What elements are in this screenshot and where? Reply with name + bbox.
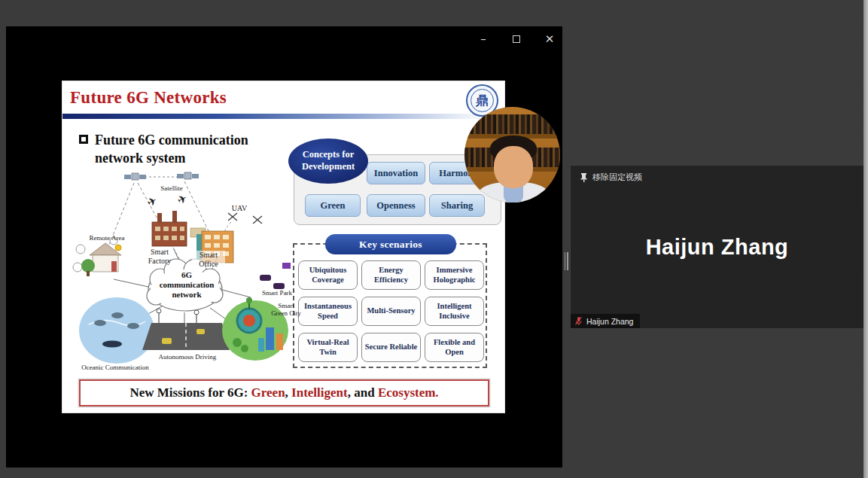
label-oceanic-communication: Oceanic Communication xyxy=(81,364,150,371)
slide: Future 6G Networks 鼎 Future 6G communica… xyxy=(62,81,504,413)
label-smart-green-city: Smart Green City xyxy=(270,302,302,318)
concept-innovation: Innovation xyxy=(367,162,425,184)
label-autonomous-driving: Autonomous Driving xyxy=(157,353,218,361)
title-divider-bar xyxy=(62,114,504,119)
concept-openness: Openness xyxy=(367,194,425,217)
scenario-cell: Multi-Sensory xyxy=(361,297,421,326)
muted-mic-icon xyxy=(574,316,583,326)
scenario-cell: Energy Efficiency xyxy=(361,260,421,290)
concepts-label-line2: Development xyxy=(302,161,355,173)
scenario-cell: Secure Reliable xyxy=(361,333,421,362)
maximize-icon[interactable] xyxy=(510,32,523,46)
label-smart-factory: Smart Factory xyxy=(142,248,177,265)
scenario-cell: Instantaneous Speed xyxy=(298,297,358,326)
presenter-face xyxy=(494,146,533,188)
concept-sharing: Sharing xyxy=(429,194,485,217)
label-remote-area: Remote Area xyxy=(78,234,136,242)
concept-green: Green xyxy=(305,194,361,217)
window-controls: – ✕ xyxy=(477,32,556,46)
participant-tile[interactable]: 移除固定视频 Haijun Zhang Haijun Zhang xyxy=(570,165,864,329)
slide-title: Future 6G Networks xyxy=(70,88,227,108)
scenario-cell: Immersive Holographic xyxy=(425,260,484,290)
concepts-label-line1: Concepts for xyxy=(303,149,354,161)
label-smart-office: Smart Office xyxy=(192,251,225,268)
scenario-cell: Virtual-Real Twin xyxy=(298,333,358,362)
scenario-cell: Flexible and Open xyxy=(425,333,484,362)
label-smart-park: Smart Park xyxy=(251,289,303,297)
maximize-box xyxy=(513,35,520,43)
slide-heading: Future 6G communication network system xyxy=(79,131,283,168)
label-6g-cloud: 6G communication network xyxy=(154,270,219,300)
logo-glyph: 鼎 xyxy=(471,89,494,112)
participant-name-tag: Haijun Zhang xyxy=(571,314,640,328)
bullet-square-icon xyxy=(79,135,88,144)
scenario-cell: Intelligent Inclusive xyxy=(425,297,484,326)
minimize-icon[interactable]: – xyxy=(477,32,490,46)
name-tag-text: Haijun Zhang xyxy=(586,317,633,326)
close-icon[interactable]: ✕ xyxy=(543,32,556,46)
banner-word-ecosystem: Ecosystem. xyxy=(378,385,439,400)
splitter-handle-icon[interactable] xyxy=(565,252,568,270)
presentation-window: – ✕ Future 6G Networks 鼎 Future 6G commu… xyxy=(6,26,562,467)
scenario-cell: Ubiquitous Coverage xyxy=(298,260,358,290)
key-scenarios-banner: Key scenarios xyxy=(325,234,456,254)
participant-name-display: Haijun Zhang xyxy=(571,166,863,328)
label-satellite: Satellite xyxy=(154,184,189,192)
heading-text: Future 6G communication network system xyxy=(95,131,283,168)
label-uav: UAV xyxy=(224,204,254,213)
banner-sep2: , and xyxy=(348,385,378,400)
panel-splitter[interactable] xyxy=(562,26,570,467)
presenter-video-bubble[interactable] xyxy=(464,107,560,202)
scrollbar[interactable] xyxy=(863,0,868,478)
network-diagram: ✈ ✈ Satellite UAV Remote Area Smart Fact… xyxy=(70,168,305,410)
concepts-ellipse: Concepts for Development xyxy=(288,139,368,184)
